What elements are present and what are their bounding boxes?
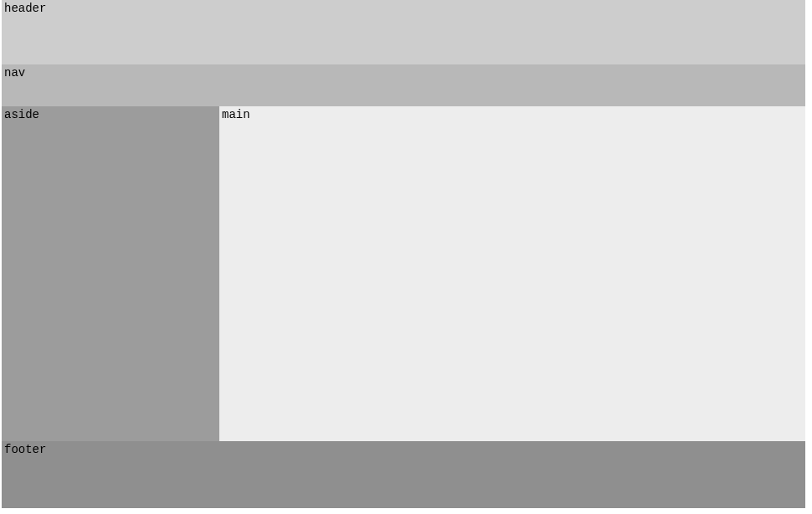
aside-region: aside — [2, 106, 219, 441]
main-label: main — [222, 108, 250, 121]
aside-label: aside — [4, 108, 39, 121]
middle-region: aside main — [2, 106, 805, 441]
header-label: header — [4, 2, 46, 15]
nav-label: nav — [4, 66, 25, 80]
main-region: main — [219, 106, 805, 441]
layout-container: header nav aside main footer — [2, 0, 805, 508]
footer-label: footer — [4, 443, 46, 456]
footer-region: footer — [2, 441, 805, 508]
header-region: header — [2, 0, 805, 64]
nav-region: nav — [2, 64, 805, 106]
